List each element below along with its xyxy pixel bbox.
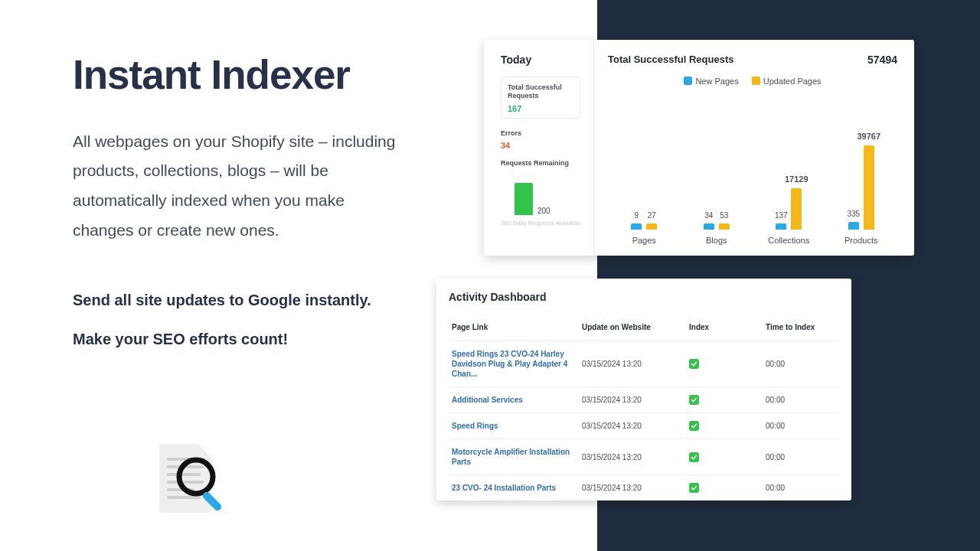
index-status-cell (686, 341, 763, 387)
chart-group-collections: 13717129Collections (753, 99, 825, 245)
stat-successful-value: 167 (508, 104, 573, 113)
page-link[interactable]: 23 CVO- 24 Installation Parts (449, 475, 579, 501)
svg-point-0 (179, 460, 213, 494)
stat-errors-label: Errors (501, 129, 580, 138)
stats-chart-card: Today Total Successful Requests 167 Erro… (484, 40, 914, 256)
table-row: Additional Services03/15/2024 13:2000:00 (449, 387, 839, 413)
update-timestamp: 03/15/2024 13:20 (579, 413, 686, 439)
bar-value: 335 (847, 210, 860, 218)
col-index: Index (686, 317, 763, 341)
page-link[interactable]: Additional Services (449, 387, 579, 413)
update-timestamp: 03/15/2024 13:20 (579, 439, 686, 475)
bar-value: 27 (648, 211, 656, 220)
time-to-index: 00:00 (763, 387, 839, 413)
hero-bold-1: Send all site updates to Google instantl… (73, 292, 410, 309)
chart-group-pages: 927Pages (608, 99, 681, 245)
hero-title: Instant Indexer (73, 54, 410, 96)
bar-pages-updated: 27 (646, 223, 657, 230)
search-document-illustration (153, 444, 245, 536)
chart-category-label: Products (844, 236, 877, 245)
requests-chart: Total Successful Requests 57494 New Page… (590, 54, 897, 245)
check-icon (689, 452, 699, 462)
stat-requests-remaining: Requests Remaining 200 200 Daily Request… (501, 159, 580, 227)
bar-value: 9 (634, 211, 639, 220)
bar-pages-new: 9 (631, 223, 642, 230)
bar-value: 34 (704, 211, 713, 220)
activity-table: Page Link Update on Website Index Time t… (449, 317, 839, 500)
index-status-cell (686, 413, 763, 439)
remaining-bar (514, 183, 533, 215)
stat-successful-requests: Total Successful Requests 167 (501, 77, 580, 119)
update-timestamp: 03/15/2024 13:20 (579, 341, 686, 387)
index-status-cell (686, 387, 763, 413)
legend-swatch-new (684, 77, 692, 85)
bar-products-new: 335 (848, 222, 859, 230)
svg-rect-1 (201, 491, 223, 512)
bar-blogs-updated: 53 (719, 223, 730, 230)
table-row: 23 CVO- 24 Installation Parts03/15/2024 … (449, 475, 839, 501)
page-link[interactable]: Speed Rings 23 CVO-24 Harley Davidson Pl… (449, 341, 579, 387)
bar-collections-new: 137 (776, 223, 786, 230)
page-link[interactable]: Motorcycle Amplifier Installation Parts (449, 439, 579, 475)
bar-value: 39767 (857, 132, 880, 141)
index-status-cell (686, 475, 763, 501)
chart-group-products: 33539767Products (825, 99, 898, 245)
update-timestamp: 03/15/2024 13:20 (579, 475, 686, 501)
check-icon (689, 421, 699, 431)
table-row: Speed Rings 23 CVO-24 Harley Davidson Pl… (449, 341, 839, 387)
chart-category-label: Collections (768, 236, 809, 245)
today-stats-column: Today Total Successful Requests 167 Erro… (501, 54, 590, 245)
bar-value: 53 (720, 211, 728, 220)
today-heading: Today (501, 54, 590, 66)
col-page-link: Page Link (449, 317, 579, 341)
legend-swatch-updated (752, 77, 760, 85)
legend-updated-label: Updated Pages (763, 77, 822, 86)
chart-total: 57494 (867, 54, 897, 66)
stat-successful-label: Total Successful Requests (508, 83, 573, 101)
index-status-cell (686, 439, 763, 475)
update-timestamp: 03/15/2024 13:20 (579, 387, 686, 413)
page-link[interactable]: Speed Rings (449, 413, 579, 439)
table-row: Motorcycle Amplifier Installation Parts0… (449, 439, 839, 475)
chart-title: Total Successful Requests (608, 54, 733, 65)
hero-copy: Instant Indexer All webpages on your Sho… (73, 54, 410, 348)
remaining-cap: 200 (537, 207, 550, 215)
chart-group-blogs: 3453Blogs (681, 99, 753, 245)
activity-header-row: Page Link Update on Website Index Time t… (449, 317, 839, 341)
time-to-index: 00:00 (763, 413, 839, 439)
chart-category-label: Blogs (706, 236, 727, 245)
magnifier-icon (175, 455, 236, 517)
stat-errors-value: 34 (501, 141, 580, 150)
col-time: Time to Index (763, 317, 839, 341)
activity-dashboard-card: Activity Dashboard Page Link Update on W… (436, 279, 851, 500)
col-update: Update on Website (579, 317, 686, 341)
table-row: Speed Rings03/15/2024 13:2000:00 (449, 413, 839, 439)
chart-legend: New Pages Updated Pages (608, 77, 897, 86)
check-icon (689, 395, 699, 405)
bar-blogs-new: 34 (704, 223, 714, 230)
legend-new-label: New Pages (695, 77, 738, 86)
remaining-subtext: 200 Daily Requests Available (501, 220, 580, 227)
bar-products-updated: 39767 (864, 145, 874, 230)
hero-bold-2: Make your SEO efforts count! (73, 331, 410, 348)
check-icon (689, 359, 699, 369)
hero-body: All webpages on your Shopify site – incl… (73, 127, 410, 246)
activity-title: Activity Dashboard (449, 291, 839, 303)
stat-remaining-label: Requests Remaining (501, 159, 580, 168)
check-icon (689, 483, 699, 493)
time-to-index: 00:00 (763, 475, 839, 501)
stat-errors: Errors 34 (501, 129, 580, 150)
bar-value: 17129 (785, 174, 808, 184)
chart-category-label: Pages (632, 236, 656, 245)
bar-value: 137 (775, 211, 788, 220)
time-to-index: 00:00 (763, 341, 839, 387)
time-to-index: 00:00 (763, 439, 839, 475)
bar-collections-updated: 17129 (791, 188, 802, 230)
